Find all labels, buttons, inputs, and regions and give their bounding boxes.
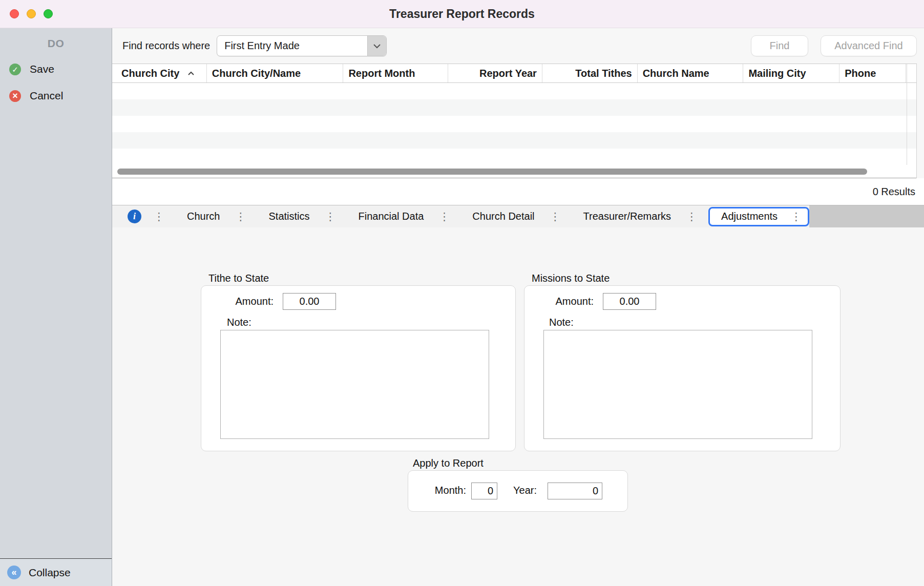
find-records-label: Find records where <box>122 40 210 52</box>
results-bar: 0 Results <box>112 178 924 205</box>
kebab-menu-icon[interactable]: ⋮ <box>791 211 802 222</box>
tab-label: Financial Data <box>359 211 424 222</box>
column-header-label: Total Tithes <box>575 68 632 79</box>
tab-church-detail[interactable]: Church Detail ⋮ <box>450 211 560 222</box>
table-header-row: Church City Church City/Name Report Mont… <box>112 64 916 83</box>
tab-label: Statistics <box>268 211 309 222</box>
table-row <box>112 132 916 149</box>
note-label: Note: <box>549 317 574 328</box>
collapse-chevrons-icon: « <box>7 566 21 579</box>
column-header-church-name[interactable]: Church Name <box>638 64 744 82</box>
adjustments-panel: Tithe to State Amount: Note: Missions to… <box>112 227 924 586</box>
kebab-menu-icon[interactable]: ⋮ <box>439 211 450 222</box>
tab-group: i ⋮ Church ⋮ Statistics ⋮ Financial Data… <box>112 205 809 227</box>
tab-statistics[interactable]: Statistics ⋮ <box>246 211 335 222</box>
x-circle-icon: × <box>9 90 21 102</box>
missions-note-textarea[interactable] <box>543 330 812 439</box>
tithe-note-textarea[interactable] <box>220 330 489 439</box>
column-header-label: Mailing City <box>748 68 806 79</box>
column-header-phone[interactable]: Phone <box>839 64 906 82</box>
records-table: Church City Church City/Name Report Mont… <box>112 64 917 178</box>
group-tithe-to-state: Tithe to State Amount: Note: <box>201 273 516 451</box>
column-header-filler <box>906 64 916 82</box>
results-count: 0 Results <box>873 186 915 198</box>
kebab-menu-icon[interactable]: ⋮ <box>154 211 164 222</box>
month-input[interactable] <box>471 483 497 499</box>
column-header-church-city-name[interactable]: Church City/Name <box>207 64 344 82</box>
collapse-button[interactable]: « Collapse <box>0 558 112 586</box>
find-button[interactable]: Find <box>751 35 808 56</box>
kebab-menu-icon[interactable]: ⋮ <box>235 211 246 222</box>
tab-bar-filler <box>809 205 924 227</box>
column-header-label: Church City <box>121 68 179 79</box>
kebab-menu-icon[interactable]: ⋮ <box>550 211 561 222</box>
collapse-label: Collapse <box>29 567 71 579</box>
window-title: Treasurer Report Records <box>389 7 535 21</box>
table-right-divider <box>907 64 907 165</box>
month-label: Month: <box>408 485 466 496</box>
horizontal-scrollbar[interactable] <box>112 165 916 178</box>
table-row <box>112 149 916 165</box>
sort-ascending-icon <box>187 71 195 76</box>
sidebar-item-label: Cancel <box>30 90 63 102</box>
missions-amount-input[interactable] <box>603 293 656 310</box>
advanced-find-button[interactable]: Advanced Find <box>821 35 917 56</box>
tab-financial-data[interactable]: Financial Data ⋮ <box>336 211 450 222</box>
column-header-total-tithes[interactable]: Total Tithes <box>542 64 638 82</box>
dropdown-arrow-button[interactable] <box>367 36 386 56</box>
title-bar: Treasurer Report Records <box>0 0 924 28</box>
group-box: Month: Year: <box>408 470 628 512</box>
kebab-menu-icon[interactable]: ⋮ <box>686 211 697 222</box>
tab-treasurer-remarks[interactable]: Treasurer/Remarks ⋮ <box>561 211 698 222</box>
column-header-label: Church Name <box>643 68 709 79</box>
zoom-window-button[interactable] <box>44 9 53 18</box>
group-box: Amount: Note: <box>201 285 516 451</box>
record-info-chip: i ⋮ <box>128 210 164 223</box>
tab-label: Adjustments <box>721 211 778 222</box>
sidebar-item-save[interactable]: ✓ Save <box>0 62 112 76</box>
amount-label: Amount: <box>201 296 274 307</box>
main-panel: Find records where First Entry Made Find… <box>112 28 924 586</box>
dropdown-selected-value: First Entry Made <box>217 36 367 56</box>
column-header-label: Church City/Name <box>212 68 301 79</box>
column-header-report-year[interactable]: Report Year <box>448 64 542 82</box>
tab-label: Treasurer/Remarks <box>583 211 671 222</box>
amount-label: Amount: <box>524 296 594 307</box>
table-body <box>112 83 916 165</box>
sidebar-header: DO <box>0 37 112 50</box>
minimize-window-button[interactable] <box>27 9 36 18</box>
tab-adjustments[interactable]: Adjustments ⋮ <box>708 207 809 226</box>
column-header-label: Phone <box>845 68 876 79</box>
column-header-mailing-city[interactable]: Mailing City <box>743 64 839 82</box>
sidebar-item-label: Save <box>30 63 54 75</box>
year-input[interactable] <box>548 483 602 499</box>
search-field-dropdown[interactable]: First Entry Made <box>217 35 387 56</box>
group-apply-to-report: Apply to Report Month: Year: <box>408 457 628 512</box>
table-row <box>112 99 916 116</box>
chevron-down-icon <box>373 44 381 49</box>
column-header-label: Report Month <box>348 68 415 79</box>
table-row <box>112 116 916 132</box>
find-toolbar: Find records where First Entry Made Find… <box>112 28 924 64</box>
sidebar: DO ✓ Save × Cancel « Collapse <box>0 28 112 586</box>
info-icon[interactable]: i <box>128 210 141 223</box>
note-label: Note: <box>227 317 251 328</box>
window-controls <box>10 0 53 28</box>
table-row <box>112 83 916 99</box>
group-title: Tithe to State <box>208 273 516 285</box>
close-window-button[interactable] <box>10 9 19 18</box>
kebab-menu-icon[interactable]: ⋮ <box>325 211 336 222</box>
group-box: Amount: Note: <box>524 285 841 451</box>
group-title: Missions to State <box>532 273 841 285</box>
tab-label: Church <box>187 211 220 222</box>
group-missions-to-state: Missions to State Amount: Note: <box>524 273 841 451</box>
column-header-church-city[interactable]: Church City <box>112 64 207 82</box>
sidebar-item-cancel[interactable]: × Cancel <box>0 89 112 103</box>
tab-bar: i ⋮ Church ⋮ Statistics ⋮ Financial Data… <box>112 205 924 227</box>
app-window: Treasurer Report Records DO ✓ Save × Can… <box>0 0 924 586</box>
column-header-report-month[interactable]: Report Month <box>343 64 448 82</box>
scrollbar-thumb[interactable] <box>117 169 867 175</box>
tithe-amount-input[interactable] <box>283 293 336 310</box>
check-circle-icon: ✓ <box>9 64 21 75</box>
tab-church[interactable]: Church ⋮ <box>164 211 246 222</box>
